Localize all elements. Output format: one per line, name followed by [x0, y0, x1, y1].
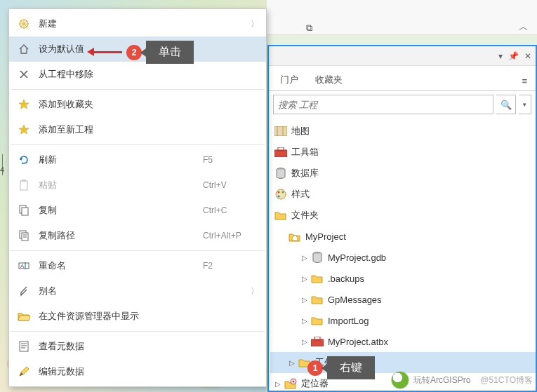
node-maps[interactable]: 地图 [270, 121, 536, 142]
menu-rename[interactable]: A 重命名 F2 [9, 253, 266, 278]
svg-rect-25 [274, 126, 287, 136]
folder-icon [310, 292, 325, 306]
menu-label: 复制路径 [39, 229, 203, 242]
node-style[interactable]: 样式 [270, 184, 536, 205]
expand-icon[interactable]: ▷ [300, 275, 310, 283]
close-icon[interactable]: ✕ [524, 51, 531, 61]
menu-view-metadata[interactable]: 查看元数据 [9, 334, 266, 359]
tab-portal[interactable]: 门户 [272, 68, 307, 90]
star-project-icon [16, 123, 32, 137]
separator [11, 89, 265, 90]
autohide-icon[interactable]: ▾ [498, 51, 503, 61]
tree-label: 数据库 [291, 167, 319, 180]
folder-icon [310, 271, 325, 285]
menu-label: 粘贴 [39, 179, 203, 191]
metadata-view-icon [16, 339, 32, 353]
menu-copy-path[interactable]: 复制路径 Ctrl+Alt+P [9, 223, 266, 248]
chevron-right-icon: 〉 [251, 285, 259, 297]
svg-marker-8 [19, 125, 29, 134]
database-icon [273, 166, 289, 180]
tree-label: GpMessages [328, 295, 382, 305]
star-icon [16, 97, 32, 111]
search-dropdown-icon[interactable]: ▾ [519, 95, 531, 114]
annotation-1: 1 右键 [303, 356, 375, 379]
shortcut: Ctrl+C [203, 205, 259, 215]
menu-copy[interactable]: 复制 Ctrl+C [9, 198, 266, 223]
menu-label: 添加至新工程 [39, 123, 259, 136]
tooltip-rightclick: 右键 [327, 356, 375, 379]
menu-label: 复制 [39, 204, 203, 217]
svg-point-31 [278, 191, 280, 194]
svg-rect-21 [20, 342, 28, 351]
menu-add-favorite[interactable]: 添加到收藏夹 [9, 92, 266, 117]
search-icon[interactable]: 🔍 [496, 95, 516, 114]
node-importlog[interactable]: ▷ ImportLog [270, 310, 536, 331]
menu-label: 在文件资源管理器中显示 [39, 310, 259, 323]
node-gdb[interactable]: ▷ MyProject.gdb [270, 247, 536, 268]
expand-icon[interactable]: ▷ [300, 317, 310, 325]
expand-icon[interactable]: ▷ [287, 359, 297, 367]
search-input[interactable] [278, 100, 489, 110]
pane-header: ▾ 📌 ✕ [269, 46, 536, 66]
tab-favorites[interactable]: 收藏夹 [307, 68, 351, 90]
svg-rect-13 [22, 208, 28, 215]
menu-add-new-project[interactable]: 添加至新工程 [9, 117, 266, 142]
node-myproject[interactable]: MyProject [270, 226, 536, 247]
dialog-launcher-icon[interactable]: ⧉ [306, 22, 312, 34]
menu-refresh[interactable]: 刷新 F5 [9, 147, 266, 173]
svg-text:A: A [20, 263, 25, 269]
shortcut: Ctrl+Alt+P [203, 231, 259, 241]
node-gpmessages[interactable]: ▷ GpMessages [270, 289, 536, 310]
node-backups[interactable]: ▷ .backups [270, 268, 536, 289]
shortcut: F5 [203, 155, 259, 165]
tree-label: 文件夹 [291, 209, 319, 222]
chevron-right-icon: 〉 [251, 18, 259, 30]
svg-rect-10 [20, 181, 27, 190]
expand-icon[interactable]: ▷ [273, 380, 283, 388]
expand-icon[interactable]: ▷ [300, 254, 310, 262]
tab-menu-icon[interactable]: ≡ [513, 70, 536, 90]
catalog-pane: ▾ 📌 ✕ 门户 收藏夹 ≡ 🔍 ▾ 地图 工具箱 数据库 样式 [267, 45, 537, 392]
new-icon [16, 17, 32, 31]
menu-label: 新建 [39, 18, 251, 30]
expand-icon[interactable]: ▷ [300, 296, 310, 304]
pane-toolbar: 🔍 ▾ [269, 91, 536, 118]
pencil-icon [16, 365, 32, 379]
search-input-wrapper[interactable] [273, 95, 493, 114]
node-folders[interactable]: 文件夹 [270, 205, 536, 226]
context-menu: 新建 〉 设为默认值 从工程中移除 添加到收藏夹 添加至新工程 刷新 F5 [8, 8, 267, 387]
menu-remove-from-project[interactable]: 从工程中移除 [9, 62, 266, 87]
tree-label: MyProject.atbx [328, 337, 388, 347]
node-toolbox[interactable]: 工具箱 [270, 142, 536, 163]
node-database[interactable]: 数据库 [270, 163, 536, 184]
expand-icon[interactable]: ▷ [300, 338, 310, 346]
folder-icon [273, 208, 289, 222]
pane-tabs: 门户 收藏夹 ≡ [269, 66, 536, 91]
node-atbx[interactable]: ▷ MyProject.atbx [270, 331, 536, 352]
menu-label: 从工程中移除 [39, 68, 259, 81]
toolbox-icon [310, 334, 325, 349]
menu-alias[interactable]: 别名 〉 [9, 278, 266, 304]
menu-show-in-explorer[interactable]: 在文件资源管理器中显示 [9, 304, 266, 329]
menu-label: 查看元数据 [39, 340, 259, 353]
menu-new[interactable]: 新建 〉 [9, 11, 266, 36]
menu-edit-metadata[interactable]: 编辑元数据 [9, 359, 266, 384]
locator-icon [283, 377, 298, 391]
separator [11, 250, 265, 251]
watermark-brand: 玩转ArcGISPro [413, 374, 470, 386]
home-icon [16, 42, 32, 56]
tooltip-click: 单击 [146, 41, 194, 64]
menu-label: 刷新 [39, 154, 203, 166]
svg-point-33 [278, 196, 280, 198]
svg-rect-11 [22, 180, 26, 182]
svg-marker-7 [19, 100, 29, 109]
shortcut: Ctrl+V [203, 180, 259, 190]
watermark: 玩转ArcGISPro @51CTO博客 [391, 371, 533, 389]
collapse-ribbon-icon[interactable]: ︿ [519, 21, 529, 34]
svg-point-38 [293, 381, 295, 383]
menu-label: 添加到收藏夹 [39, 98, 259, 111]
ribbon-strip: ⧉ ︿ [267, 0, 537, 35]
remove-icon [16, 67, 32, 81]
pin-icon[interactable]: 📌 [508, 51, 519, 61]
copy-path-icon [16, 229, 32, 243]
